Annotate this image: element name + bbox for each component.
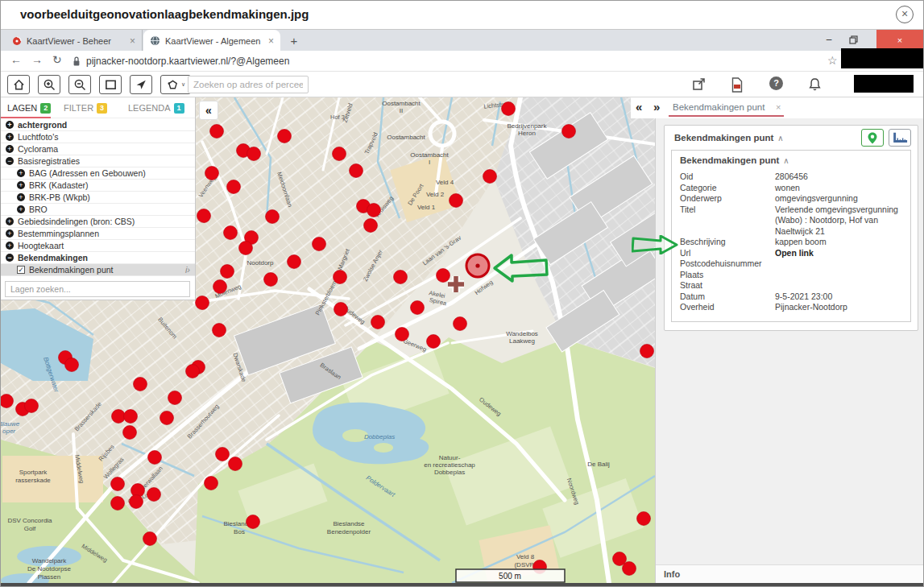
select-polygon-button[interactable]: ∨	[160, 75, 191, 94]
announcement-marker[interactable]	[111, 477, 125, 491]
announcement-marker[interactable]	[221, 265, 234, 279]
layer-row[interactable]: −Bekendmakingen	[1, 252, 195, 264]
announcement-marker[interactable]	[160, 411, 174, 425]
sidebar-tab-legenda[interactable]: LEGENDA1	[128, 97, 184, 118]
announcement-marker[interactable]	[130, 495, 143, 509]
layer-minus-icon[interactable]: −	[6, 254, 14, 262]
bookmark-star-icon[interactable]: ☆	[827, 54, 838, 67]
announcement-marker[interactable]	[637, 512, 651, 526]
layer-plus-icon[interactable]: +	[6, 145, 14, 153]
tab-close-icon[interactable]: ×	[130, 35, 135, 47]
layer-row[interactable]: +Gebiedsindelingen (bron: CBS)	[1, 216, 195, 228]
sidebar-tab-filter[interactable]: FILTER3	[64, 97, 107, 118]
announcement-marker[interactable]	[123, 426, 137, 440]
close-icon[interactable]: ×	[896, 6, 914, 23]
layer-row[interactable]: +BAG (Adressen en Gebouwen)	[1, 167, 195, 180]
announcement-marker[interactable]	[227, 180, 241, 194]
announcement-marker[interactable]	[210, 125, 224, 138]
announcement-marker[interactable]	[239, 242, 253, 255]
announcement-marker[interactable]	[483, 170, 497, 184]
layer-row[interactable]: +Hoogtekaart	[1, 240, 195, 252]
announcement-marker[interactable]	[396, 328, 409, 341]
announcement-marker[interactable]	[411, 301, 425, 315]
back-icon[interactable]: ←	[10, 53, 22, 66]
announcement-marker[interactable]	[213, 280, 227, 294]
reload-icon[interactable]: ↻	[52, 53, 62, 66]
announcement-marker[interactable]	[229, 457, 242, 471]
new-tab-button[interactable]: +	[284, 32, 304, 49]
browser-tab-algemeen[interactable]: KaartViewer - Algemeen ×	[143, 30, 280, 52]
layer-checkbox[interactable]: ✓	[17, 266, 25, 274]
panel-tab-label[interactable]: Bekendmakingen punt	[673, 102, 764, 112]
measure-button[interactable]	[889, 129, 911, 147]
forward-icon[interactable]: →	[31, 53, 43, 66]
tab-close-icon[interactable]: ×	[268, 35, 274, 47]
panel-collapse-left-icon[interactable]: «	[636, 100, 642, 114]
announcement-marker[interactable]	[502, 102, 516, 116]
url-field[interactable]: pijnacker-nootdorp.kaartviewer.nl/?@Alge…	[86, 56, 289, 67]
announcement-marker[interactable]	[168, 391, 182, 405]
layer-row[interactable]: +Cyclorama	[1, 143, 195, 155]
navigate-button[interactable]	[130, 75, 152, 94]
feature-card-title[interactable]: Bekendmakingen punt∧	[674, 133, 784, 143]
layer-row[interactable]: −Basisregistraties	[1, 155, 195, 167]
announcement-marker[interactable]	[247, 147, 261, 161]
layer-row[interactable]: +BRK-PB (Wkpb)	[1, 192, 195, 204]
announcement-marker[interactable]	[334, 271, 347, 284]
announcement-marker[interactable]	[288, 255, 301, 269]
layer-plus-icon[interactable]: +	[6, 217, 14, 225]
zoom-out-button[interactable]	[68, 75, 91, 94]
announcement-marker[interactable]	[364, 219, 378, 233]
layer-plus-icon[interactable]: +	[6, 242, 14, 250]
layer-minus-icon[interactable]: −	[6, 157, 14, 165]
announcement-marker[interactable]	[147, 488, 161, 502]
announcement-marker[interactable]	[124, 410, 138, 424]
layer-row[interactable]: +achtergrond	[1, 119, 195, 131]
announcement-marker[interactable]	[350, 164, 363, 178]
announcement-marker[interactable]	[394, 271, 408, 284]
layer-row[interactable]: +BRK (Kadaster)	[1, 180, 195, 192]
browser-tab-beheer[interactable]: KaartViewer - Beheer ×	[6, 30, 143, 52]
layer-plus-icon[interactable]: +	[17, 169, 25, 177]
layer-plus-icon[interactable]: +	[17, 181, 25, 189]
layer-row[interactable]: ✓Bekendmakingen punti›	[1, 264, 195, 276]
announcement-marker[interactable]	[224, 226, 238, 240]
zoom-in-button[interactable]	[38, 75, 60, 94]
announcement-marker[interactable]	[437, 269, 450, 283]
announcement-marker[interactable]	[111, 497, 125, 511]
search-input[interactable]	[188, 76, 309, 93]
help-button[interactable]: ?	[769, 76, 783, 90]
pdf-export-button[interactable]	[731, 77, 747, 92]
panel-collapse-right-icon[interactable]: »	[653, 100, 660, 114]
info-footer[interactable]: Info	[656, 564, 924, 583]
layer-plus-icon[interactable]: +	[17, 205, 25, 213]
layer-row[interactable]: +BRO	[1, 204, 195, 216]
announcement-marker[interactable]	[367, 204, 381, 217]
announcement-marker[interactable]	[65, 358, 79, 372]
announcement-marker[interactable]	[450, 194, 463, 208]
announcement-marker[interactable]	[562, 125, 576, 138]
layer-plus-icon[interactable]: +	[6, 133, 14, 141]
announcement-marker[interactable]	[186, 365, 200, 378]
announcement-marker[interactable]	[640, 345, 654, 358]
announcement-marker[interactable]	[197, 209, 211, 223]
layer-options-icon[interactable]: i›	[185, 265, 190, 275]
announcement-marker[interactable]	[143, 532, 157, 546]
announcement-marker[interactable]	[427, 335, 441, 349]
announcement-marker[interactable]	[213, 324, 226, 337]
announcement-marker[interactable]	[25, 399, 39, 413]
announcement-marker[interactable]	[1, 395, 14, 408]
layer-plus-icon[interactable]: +	[6, 121, 14, 129]
announcement-marker[interactable]	[278, 130, 292, 143]
layer-row[interactable]: +Luchtfoto's	[1, 131, 195, 143]
layer-row[interactable]: +Bestemmingsplannen	[1, 228, 195, 240]
announcement-marker[interactable]	[264, 273, 278, 287]
announcement-marker[interactable]	[333, 147, 346, 161]
extent-button[interactable]	[99, 75, 122, 94]
sidebar-collapse-button[interactable]: «	[199, 101, 218, 120]
share-button[interactable]	[692, 77, 708, 92]
home-button[interactable]	[7, 75, 30, 94]
announcement-marker[interactable]	[313, 238, 326, 251]
detail-value[interactable]: Open link	[775, 248, 902, 259]
announcement-marker[interactable]	[623, 562, 636, 576]
